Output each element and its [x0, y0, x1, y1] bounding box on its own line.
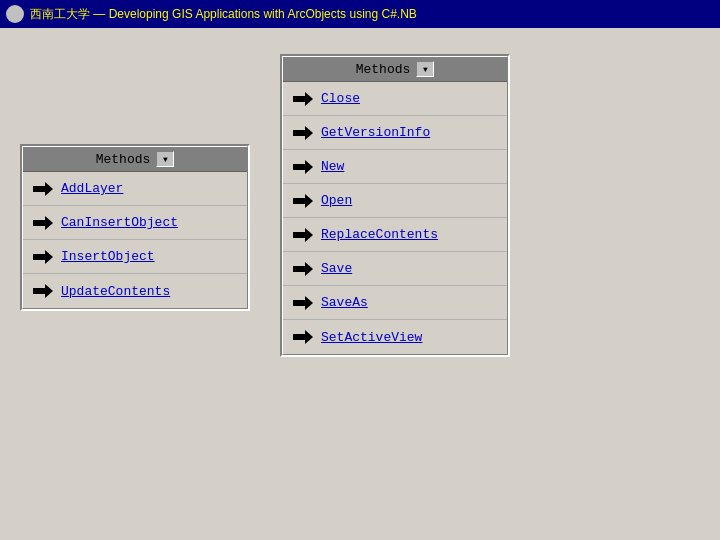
arrow-icon-2: [33, 250, 53, 264]
left-row-2: InsertObject: [23, 240, 247, 274]
left-method-link-1[interactable]: CanInsertObject: [61, 215, 178, 230]
left-row-1: CanInsertObject: [23, 206, 247, 240]
right-panel-inner: Methods ▼ Close GetVersionInfo: [282, 56, 508, 355]
main-content: Methods ▼ AddLayer CanInsertObj: [0, 28, 720, 540]
left-panel-inner: Methods ▼ AddLayer CanInsertObj: [22, 146, 248, 309]
right-methods-panel: Methods ▼ Close GetVersionInfo: [280, 54, 510, 357]
right-panel-header: Methods ▼: [283, 57, 507, 82]
arrow-icon-3: [33, 284, 53, 298]
right-method-link-4[interactable]: ReplaceContents: [321, 227, 438, 242]
right-arrow-icon-3: [293, 194, 313, 208]
right-arrow-icon-5: [293, 262, 313, 276]
svg-marker-3: [33, 182, 53, 196]
right-method-link-3[interactable]: Open: [321, 193, 352, 208]
left-header-label: Methods: [96, 152, 151, 167]
right-arrow-icon-2: [293, 160, 313, 174]
right-method-link-2[interactable]: New: [321, 159, 344, 174]
right-row-2: New: [283, 150, 507, 184]
right-method-link-1[interactable]: GetVersionInfo: [321, 125, 430, 140]
left-row-0: AddLayer: [23, 172, 247, 206]
left-row-3: UpdateContents: [23, 274, 247, 308]
right-header-label: Methods: [356, 62, 411, 77]
right-method-link-7[interactable]: SetActiveView: [321, 330, 422, 345]
right-arrow-icon-1: [293, 126, 313, 140]
left-dropdown-button[interactable]: ▼: [156, 151, 174, 167]
svg-marker-4: [33, 216, 53, 230]
svg-marker-6: [33, 284, 53, 298]
svg-marker-8: [293, 126, 313, 140]
svg-marker-13: [293, 296, 313, 310]
right-row-6: SaveAs: [283, 286, 507, 320]
right-dropdown-button[interactable]: ▼: [416, 61, 434, 77]
left-method-link-2[interactable]: InsertObject: [61, 249, 155, 264]
svg-marker-9: [293, 160, 313, 174]
left-method-link-3[interactable]: UpdateContents: [61, 284, 170, 299]
title-text: 西南工大学 — Developing GIS Applications with…: [30, 6, 417, 23]
right-row-4: ReplaceContents: [283, 218, 507, 252]
right-row-7: SetActiveView: [283, 320, 507, 354]
svg-marker-14: [293, 330, 313, 344]
left-method-link-0[interactable]: AddLayer: [61, 181, 123, 196]
svg-marker-10: [293, 194, 313, 208]
right-dropdown-arrow: ▼: [423, 65, 428, 74]
right-method-link-6[interactable]: SaveAs: [321, 295, 368, 310]
left-methods-panel: Methods ▼ AddLayer CanInsertObj: [20, 144, 250, 311]
right-arrow-icon-7: [293, 330, 313, 344]
arrow-icon-1: [33, 216, 53, 230]
svg-marker-7: [293, 92, 313, 106]
right-arrow-icon-4: [293, 228, 313, 242]
right-method-link-5[interactable]: Save: [321, 261, 352, 276]
svg-marker-12: [293, 262, 313, 276]
right-method-link-0[interactable]: Close: [321, 91, 360, 106]
app-icon: [6, 5, 24, 23]
arrow-icon-0: [33, 182, 53, 196]
right-arrow-icon-0: [293, 92, 313, 106]
right-row-0: Close: [283, 82, 507, 116]
right-row-1: GetVersionInfo: [283, 116, 507, 150]
right-row-3: Open: [283, 184, 507, 218]
left-panel: Methods ▼ AddLayer CanInsertObj: [20, 144, 250, 311]
left-panel-header: Methods ▼: [23, 147, 247, 172]
svg-marker-11: [293, 228, 313, 242]
right-arrow-icon-6: [293, 296, 313, 310]
right-panel: Methods ▼ Close GetVersionInfo: [280, 54, 510, 357]
left-dropdown-arrow: ▼: [163, 155, 168, 164]
right-row-5: Save: [283, 252, 507, 286]
title-bar: 西南工大学 — Developing GIS Applications with…: [0, 0, 720, 28]
svg-marker-5: [33, 250, 53, 264]
